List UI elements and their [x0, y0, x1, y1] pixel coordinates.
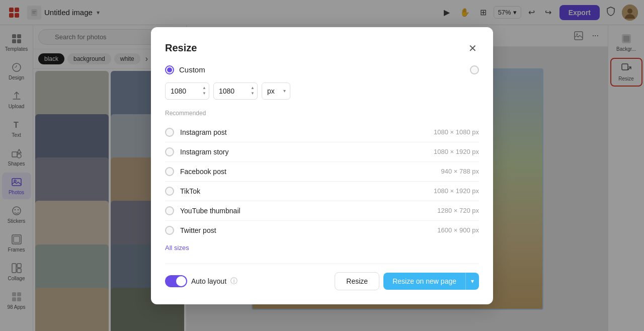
size-option-youtube-thumbnail[interactable]: YouTube thumbnail 1280 × 720 px — [165, 201, 479, 221]
height-input-wrap: ▲ ▼ — [213, 82, 258, 100]
size-name: Instagram story — [180, 148, 428, 156]
custom-left: Custom — [165, 65, 205, 74]
toggle-knob — [176, 276, 186, 286]
custom-row: Custom — [165, 65, 479, 74]
size-name: Instagram post — [180, 128, 428, 136]
resize-modal: Resize ✕ Custom ▲ — [151, 27, 493, 304]
size-dims: 1280 × 720 px — [437, 207, 479, 214]
resize-new-page-btn-group: Resize on new page ▾ — [383, 273, 479, 290]
width-input-wrap: ▲ ▼ — [165, 82, 209, 100]
size-radio[interactable] — [165, 226, 174, 235]
size-dims: 1080 × 1920 px — [434, 187, 479, 195]
dimension-row: ▲ ▼ ▲ ▼ px in cm mm — [165, 82, 479, 100]
custom-label: Custom — [179, 65, 205, 74]
size-option-tiktok[interactable]: TikTok 1080 × 1920 px — [165, 182, 479, 201]
size-option-facebook-post[interactable]: Facebook post 940 × 788 px — [165, 162, 479, 182]
size-radio[interactable] — [165, 147, 174, 156]
width-up-btn[interactable]: ▲ — [201, 86, 207, 91]
size-option-twitter-post[interactable]: Twitter post 1600 × 900 px — [165, 221, 479, 240]
size-dims: 940 × 788 px — [441, 168, 479, 175]
size-option-instagram-story[interactable]: Instagram story 1080 × 1920 px — [165, 142, 479, 162]
size-dims: 1600 × 900 px — [437, 226, 479, 234]
size-radio[interactable] — [165, 206, 174, 215]
size-dims: 1080 × 1920 px — [434, 148, 479, 155]
auto-layout-label: Auto layout — [191, 277, 226, 285]
unit-select-wrap: px in cm mm ▾ — [262, 82, 290, 100]
unit-select[interactable]: px in cm mm — [262, 83, 282, 99]
size-name: Twitter post — [180, 226, 431, 234]
modal-body: Custom ▲ ▼ ▲ ▼ — [165, 65, 479, 252]
modal-footer: Auto layout ⓘ Resize Resize on new page … — [165, 264, 479, 290]
modal-overlay[interactable]: Resize ✕ Custom ▲ — [0, 0, 644, 331]
resize-button[interactable]: Resize — [335, 272, 379, 290]
size-name: YouTube thumbnail — [180, 207, 431, 215]
size-name: Facebook post — [180, 168, 435, 176]
size-radio[interactable] — [165, 128, 174, 137]
height-down-btn[interactable]: ▼ — [250, 91, 256, 96]
resize-new-page-chevron[interactable]: ▾ — [465, 273, 479, 290]
modal-title: Resize — [165, 42, 197, 54]
custom-radio[interactable] — [165, 65, 174, 74]
footer-buttons: Resize Resize on new page ▾ — [335, 272, 479, 290]
all-sizes-link[interactable]: All sizes — [165, 244, 479, 252]
unit-chevron-icon: ▾ — [282, 84, 290, 98]
auto-layout-toggle[interactable] — [165, 275, 187, 287]
size-name: TikTok — [180, 187, 428, 195]
recommended-label: Recommended — [165, 110, 479, 117]
size-dims: 1080 × 1080 px — [434, 128, 479, 136]
width-spinners: ▲ ▼ — [201, 86, 207, 96]
modal-close-btn[interactable]: ✕ — [466, 41, 479, 55]
size-radio[interactable] — [165, 187, 174, 196]
custom-radio-right[interactable] — [470, 65, 479, 74]
width-down-btn[interactable]: ▼ — [201, 91, 207, 96]
auto-layout-area: Auto layout ⓘ — [165, 275, 237, 287]
info-icon[interactable]: ⓘ — [230, 277, 237, 286]
size-option-instagram-post[interactable]: Instagram post 1080 × 1080 px — [165, 123, 479, 142]
resize-on-new-page-button[interactable]: Resize on new page — [383, 273, 465, 290]
height-spinners: ▲ ▼ — [250, 86, 256, 96]
height-up-btn[interactable]: ▲ — [250, 86, 256, 91]
modal-header: Resize ✕ — [165, 41, 479, 55]
size-radio[interactable] — [165, 167, 174, 176]
